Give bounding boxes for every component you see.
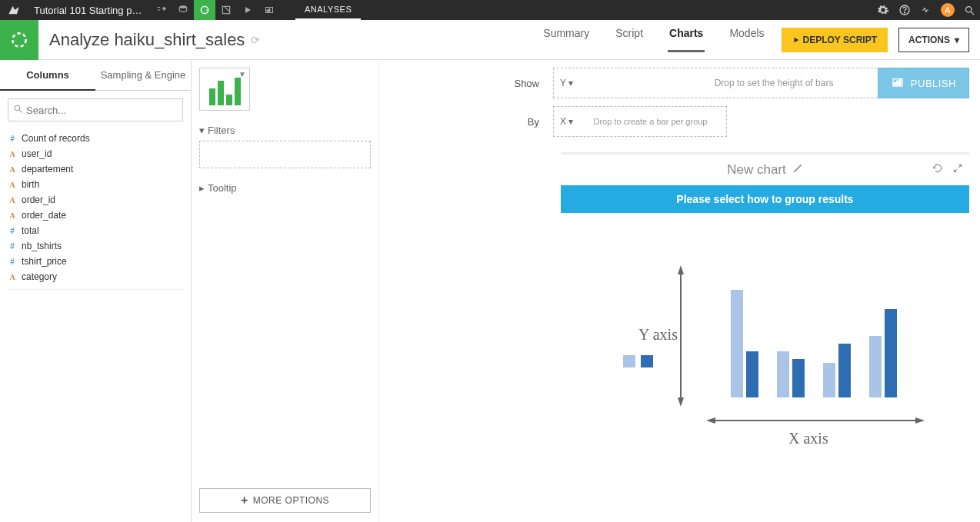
help-icon[interactable]	[894, 0, 915, 20]
chart-area: New chart Please select how to group res…	[561, 152, 969, 497]
svg-rect-3	[222, 6, 229, 13]
column-item[interactable]: #tshirt_price	[8, 254, 183, 269]
column-list: #Count of recordsAuser_idAdepartementAbi…	[0, 129, 191, 296]
plus-icon: +	[241, 494, 248, 507]
refresh-icon[interactable]: ⟳	[251, 34, 260, 46]
column-item[interactable]: Acategory	[8, 269, 183, 284]
svg-rect-31	[792, 359, 805, 397]
svg-marker-26	[915, 417, 925, 424]
column-name: birth	[22, 179, 39, 190]
expand-icon[interactable]	[952, 162, 963, 178]
tab-models[interactable]: Models	[728, 27, 765, 52]
text-type-icon: A	[8, 196, 17, 204]
svg-rect-15	[894, 82, 895, 85]
column-name: Count of records	[22, 133, 90, 144]
column-item[interactable]: Adepartement	[8, 161, 183, 177]
column-item[interactable]: #nb_tshirts	[8, 238, 183, 254]
tooltip-section[interactable]: ▸Tooltip	[199, 182, 371, 194]
text-type-icon: A	[8, 165, 17, 174]
caret-right-icon: ▸	[199, 182, 205, 194]
chart-content: PUBLISH Show Y ▾ Drop to set the height …	[379, 60, 980, 522]
datasets-icon[interactable]	[172, 0, 194, 20]
analyses-icon[interactable]	[194, 0, 215, 20]
tab-script[interactable]: Script	[614, 27, 645, 52]
column-item[interactable]: #total	[8, 223, 183, 238]
column-item[interactable]: #Count of records	[8, 131, 183, 146]
x-dropzone[interactable]: X ▾ Drop to create a bar per group	[553, 106, 727, 137]
svg-marker-20	[678, 397, 684, 407]
avatar[interactable]: A	[937, 0, 958, 20]
svg-point-1	[179, 5, 186, 8]
notebooks-icon[interactable]	[215, 0, 237, 20]
publish-button[interactable]: PUBLISH	[878, 68, 969, 98]
column-name: order_date	[22, 210, 66, 221]
svg-marker-12	[794, 37, 798, 42]
subtab-columns[interactable]: Columns	[0, 60, 95, 91]
svg-rect-33	[838, 344, 851, 397]
jobs-icon[interactable]	[237, 0, 258, 20]
caret-down-icon: ▾	[568, 116, 573, 127]
tab-summary[interactable]: Summary	[542, 27, 591, 52]
numeric-type-icon: #	[8, 227, 17, 235]
svg-rect-7	[269, 9, 271, 12]
more-options-button[interactable]: + MORE OPTIONS	[199, 488, 371, 513]
caret-down-icon: ▾	[955, 35, 959, 45]
svg-marker-25	[706, 417, 715, 424]
search-field[interactable]	[26, 105, 178, 116]
text-type-icon: A	[8, 150, 17, 158]
svg-rect-23	[641, 355, 653, 367]
chart-title[interactable]: New chart	[727, 162, 786, 178]
gear-icon[interactable]	[872, 0, 894, 20]
svg-point-13	[15, 105, 20, 111]
view-tabs: Summary Script Charts Models	[542, 27, 781, 52]
text-type-icon: A	[8, 273, 17, 281]
svg-rect-6	[267, 10, 268, 12]
svg-rect-34	[869, 336, 882, 397]
chart-config-panel: ▼ ▾Filters ▸Tooltip + MORE OPTIONS	[192, 60, 379, 522]
column-item[interactable]: Aorder_date	[8, 208, 183, 223]
numeric-type-icon: #	[8, 135, 17, 143]
chart-type-selector[interactable]: ▼	[199, 68, 250, 111]
svg-rect-22	[623, 355, 635, 367]
sidebar-columns: Columns Sampling & Engine #Count of reco…	[0, 60, 192, 522]
column-name: nb_tshirts	[22, 241, 62, 251]
svg-text:X axis: X axis	[788, 430, 828, 447]
column-name: tshirt_price	[22, 256, 67, 267]
filters-section[interactable]: ▾Filters	[199, 125, 371, 136]
column-name: user_id	[22, 148, 52, 159]
svg-rect-29	[746, 351, 758, 397]
svg-point-10	[965, 6, 972, 12]
svg-point-11	[12, 33, 25, 46]
topbar: Tutorial 101 Starting pro… ANALYSES A	[0, 0, 980, 20]
filters-dropzone[interactable]	[199, 141, 371, 168]
svg-rect-28	[731, 290, 743, 397]
svg-rect-30	[777, 351, 789, 397]
refresh-icon[interactable]	[932, 162, 943, 178]
show-label: Show	[387, 78, 553, 89]
pencil-icon[interactable]	[792, 162, 803, 178]
subtab-sampling[interactable]: Sampling & Engine	[95, 60, 191, 91]
column-name: total	[22, 225, 39, 236]
actions-button[interactable]: ACTIONS ▾	[898, 28, 969, 52]
tab-analyses[interactable]: ANALYSES	[295, 0, 361, 20]
column-name: order_id	[22, 195, 55, 205]
svg-rect-17	[899, 80, 901, 85]
column-item[interactable]: Abirth	[8, 177, 183, 192]
svg-marker-0	[164, 8, 165, 11]
dashboards-icon[interactable]	[258, 0, 280, 20]
app-logo-icon[interactable]	[0, 4, 28, 16]
caret-down-icon: ▾	[568, 78, 573, 88]
tab-charts[interactable]: Charts	[668, 27, 705, 52]
flow-icon[interactable]	[151, 0, 172, 20]
deploy-script-button[interactable]: DEPLOY SCRIPT	[782, 28, 888, 52]
column-item[interactable]: Aorder_id	[8, 192, 183, 208]
numeric-type-icon: #	[8, 258, 17, 266]
column-item[interactable]: Auser_id	[8, 146, 183, 161]
search-input[interactable]	[8, 98, 183, 121]
column-name: departement	[22, 164, 73, 175]
project-name[interactable]: Tutorial 101 Starting pro…	[28, 5, 151, 16]
caret-down-icon: ▾	[199, 125, 205, 136]
by-label: By	[387, 116, 553, 128]
activity-icon[interactable]	[915, 0, 937, 20]
search-icon[interactable]	[958, 0, 980, 20]
